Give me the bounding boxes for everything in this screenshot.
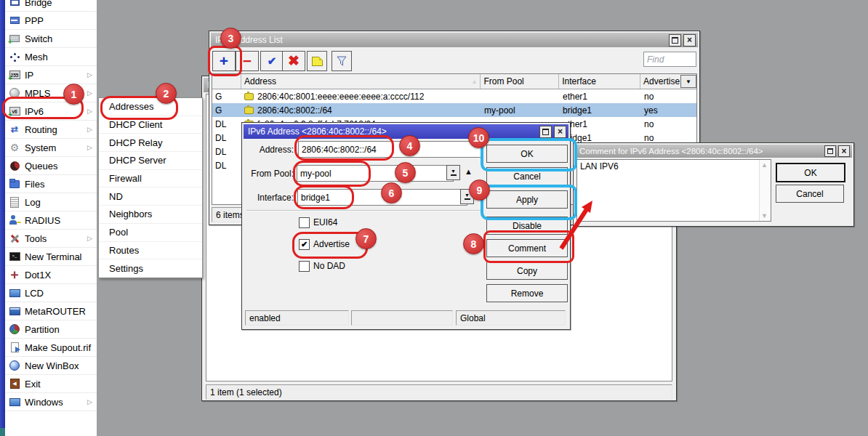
status-enabled: enabled: [245, 310, 349, 326]
find-input[interactable]: [643, 52, 696, 67]
interface-dropdown-button[interactable]: ▼: [460, 189, 474, 204]
background-window-statusbar: 1 item (1 selected): [206, 384, 672, 400]
interface-label: Interface:: [243, 193, 294, 203]
submenu-item-dhcp-server[interactable]: DHCP Server: [99, 152, 202, 170]
ipv6-submenu: Addresses DHCP Client DHCP Relay DHCP Se…: [98, 97, 203, 278]
plus-icon: +: [220, 54, 228, 68]
table-row-selected[interactable]: G 2806:40c:8002::/64 my-pool bridge1 yes: [212, 103, 696, 117]
terminal-icon: [9, 251, 20, 262]
ipv6-address-dialog: IPv6 Address <2806:40c:8002::/64> × Addr…: [241, 122, 571, 330]
from-pool-dropdown-button[interactable]: ▼: [446, 165, 460, 180]
submenu-item-neighbors[interactable]: Neighbors: [99, 206, 202, 224]
ppp-icon: [9, 15, 20, 26]
sidebar-item-files[interactable]: Files: [5, 175, 97, 193]
metarouter-icon: [9, 305, 20, 317]
maximize-icon[interactable]: [824, 145, 836, 157]
interface-field[interactable]: bridge1: [297, 189, 467, 206]
submenu-item-nd[interactable]: ND: [99, 187, 202, 206]
address-icon: [244, 107, 254, 114]
item-count: 6 items: [216, 210, 244, 220]
sidebar-item-mesh[interactable]: Mesh: [5, 48, 97, 66]
sidebar-item-radius[interactable]: RADIUS: [5, 211, 97, 230]
sidebar-item-dot1x[interactable]: ✛Dot1X: [5, 266, 97, 284]
close-icon[interactable]: ×: [554, 126, 566, 138]
sidebar-item-windows[interactable]: Windows: [5, 393, 97, 411]
x-icon: ✖: [288, 54, 300, 68]
submenu-item-pool[interactable]: Pool: [99, 224, 202, 242]
submenu-item-firewall[interactable]: Firewall: [99, 170, 202, 188]
maximize-icon[interactable]: [669, 34, 681, 47]
collapse-up-icon[interactable]: ▲: [465, 167, 473, 176]
sidebar-item-ipv6[interactable]: v6+IPv6: [5, 102, 97, 121]
comment-toolbar-button[interactable]: [307, 51, 327, 71]
submenu-item-addresses[interactable]: Addresses: [99, 98, 202, 116]
submenu-item-settings[interactable]: Settings: [99, 259, 202, 278]
ip-icon: 255+: [9, 69, 20, 81]
check-icon: ✔: [268, 54, 277, 68]
interface-column-header[interactable]: Interface: [559, 74, 640, 89]
scroll-up-icon[interactable]: ▲: [761, 161, 768, 169]
advertise-checkbox[interactable]: ✔: [299, 239, 310, 250]
submenu-item-dhcp-relay[interactable]: DHCP Relay: [99, 134, 202, 152]
comment-textarea[interactable]: LAN IPV6 ▲ ▼: [576, 159, 771, 222]
sidebar-item-switch[interactable]: +Switch: [5, 30, 97, 48]
address-field[interactable]: 2806:40c:8002::/64: [298, 141, 483, 158]
filter-button[interactable]: [331, 51, 352, 71]
sidebar-item-queues[interactable]: Queues: [5, 157, 97, 175]
sidebar-item-new-winbox[interactable]: New WinBox: [5, 357, 97, 375]
apply-button[interactable]: Apply: [486, 190, 568, 209]
nodad-checkbox[interactable]: [299, 261, 310, 272]
enable-button[interactable]: ✔: [260, 51, 284, 71]
comment-button[interactable]: Comment: [486, 239, 568, 257]
list-window-titlebar[interactable]: IPv6 Address List ×: [211, 33, 698, 47]
partition-icon: [9, 323, 20, 335]
column-menu-button[interactable]: ▼: [680, 75, 696, 88]
sidebar-item-tools[interactable]: Tools: [5, 230, 97, 248]
from-pool-field[interactable]: my-pool: [297, 165, 454, 182]
submenu-item-dhcp-client[interactable]: DHCP Client: [99, 116, 202, 134]
sidebar-item-metarouter[interactable]: MetaROUTER: [5, 302, 97, 320]
flags-column-header[interactable]: [212, 74, 241, 89]
close-icon[interactable]: ×: [683, 34, 696, 47]
remove-button[interactable]: Remove: [486, 284, 568, 302]
close-icon[interactable]: ×: [838, 145, 850, 157]
routing-icon: ⇄: [9, 124, 20, 135]
sidebar-item-new-terminal[interactable]: New Terminal: [5, 248, 97, 266]
address-column-header[interactable]: Address ▲: [241, 74, 481, 89]
list-window-title: IPv6 Address List: [215, 35, 283, 45]
sidebar-item-ip[interactable]: 255+IP: [5, 66, 97, 84]
maximize-icon[interactable]: [539, 126, 552, 138]
disable-button[interactable]: ✖: [282, 51, 305, 71]
ok-button[interactable]: OK: [776, 163, 845, 182]
dialog-titlebar[interactable]: IPv6 Address <2806:40c:8002::/64> ×: [244, 124, 568, 139]
sidebar-item-routing[interactable]: ⇄Routing: [5, 121, 97, 139]
add-button[interactable]: +: [212, 51, 236, 71]
sidebar-item-ppp[interactable]: PPP: [5, 12, 97, 30]
advertise-column-header[interactable]: Advertise: [640, 74, 680, 89]
ok-button[interactable]: OK: [486, 145, 568, 163]
remove-button[interactable]: −: [236, 51, 259, 71]
cancel-button[interactable]: Cancel: [776, 185, 844, 203]
sidebar-item-mpls[interactable]: MPLS: [5, 84, 97, 102]
sidebar-item-bridge[interactable]: Bridge: [5, 0, 97, 12]
sidebar-item-partition[interactable]: Partition: [5, 320, 97, 339]
scrollbar[interactable]: ▲ ▼: [759, 160, 771, 221]
sidebar-item-exit[interactable]: Exit: [5, 375, 97, 393]
scroll-down-icon[interactable]: ▼: [761, 212, 768, 219]
from-pool-column-header[interactable]: From Pool: [481, 74, 559, 89]
comment-dialog-titlebar[interactable]: Comment for IPv6 Address <2806:40c:8002:…: [575, 145, 852, 158]
sidebar-item-system[interactable]: ⚙System: [5, 139, 97, 157]
exit-door-icon: [9, 378, 20, 389]
from-pool-label: From Pool:: [243, 169, 294, 179]
eui64-checkbox[interactable]: [299, 217, 310, 228]
submenu-item-routes[interactable]: Routes: [99, 242, 202, 260]
sidebar-item-log[interactable]: Log: [5, 193, 97, 211]
cancel-button[interactable]: Cancel: [486, 167, 568, 185]
status-scope: Global: [456, 310, 566, 326]
sidebar-item-lcd[interactable]: LCD: [5, 284, 97, 302]
copy-button[interactable]: Copy: [486, 262, 568, 280]
sort-indicator-icon: ▲: [471, 78, 477, 85]
disable-button[interactable]: Disable: [486, 217, 568, 235]
table-row[interactable]: G 2806:40c:8001:eeee:eeee:eeee:a:cccc/11…: [212, 89, 696, 103]
sidebar-item-make-supout[interactable]: Make Supout.rif: [5, 339, 97, 357]
